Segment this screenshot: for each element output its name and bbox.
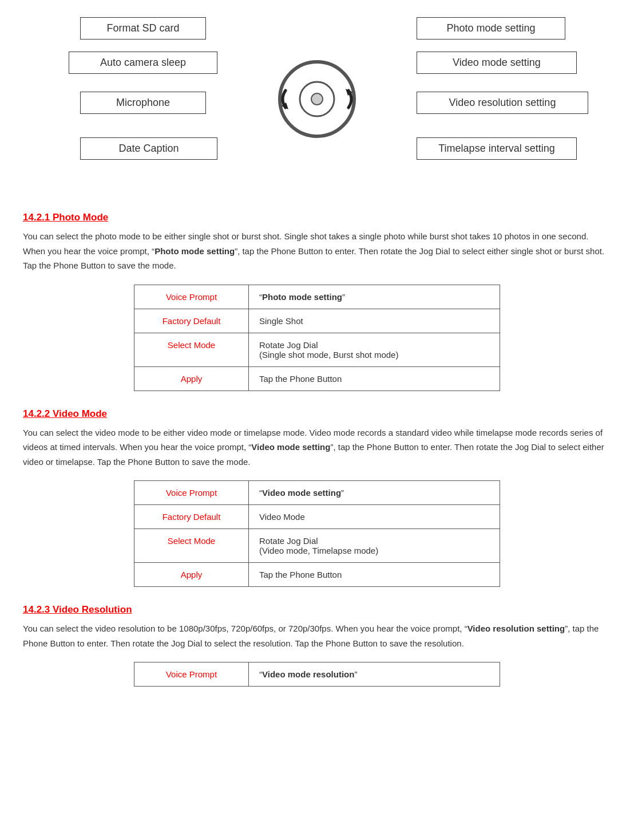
section-423: 14.2.3 Video Resolution You can select t… — [23, 604, 611, 687]
table-cell-label: Apply — [134, 366, 249, 391]
btn-microphone[interactable]: Microphone — [80, 92, 206, 114]
diagram-section: Format SD card Auto camera sleep Microph… — [23, 11, 611, 195]
svg-point-2 — [311, 93, 323, 105]
btn-auto-camera[interactable]: Auto camera sleep — [69, 52, 217, 74]
table-row: Voice Prompt “Photo mode setting” — [134, 285, 500, 309]
table-row: Voice Prompt “Video mode setting” — [134, 481, 500, 505]
btn-format-sd[interactable]: Format SD card — [80, 17, 206, 40]
table-row: Voice Prompt “Video mode resolution” — [134, 662, 500, 687]
body-text-423: You can select the video resolution to b… — [23, 621, 611, 650]
table-row: Apply Tap the Phone Button — [134, 563, 500, 587]
btn-video-mode[interactable]: Video mode setting — [417, 52, 577, 74]
table-row: Factory Default Single Shot — [134, 309, 500, 333]
table-cell-value: Tap the Phone Button — [249, 563, 500, 587]
table-cell-label: Apply — [134, 563, 249, 587]
table-row: Select Mode Rotate Jog Dial(Video mode, … — [134, 529, 500, 563]
table-cell-value: Tap the Phone Button — [249, 366, 500, 391]
table-cell-value: “Photo mode setting” — [249, 285, 500, 309]
btn-date-caption[interactable]: Date Caption — [80, 137, 217, 160]
body-text-422: You can select the video mode to be eith… — [23, 425, 611, 470]
table-cell-value: Video Mode — [249, 505, 500, 529]
table-row: Factory Default Video Mode — [134, 505, 500, 529]
table-cell-value: Rotate Jog Dial(Video mode, Timelapse mo… — [249, 529, 500, 563]
table-cell-value: “Video mode resolution” — [249, 662, 500, 687]
table-cell-value: Single Shot — [249, 309, 500, 333]
body-text-421: You can select the photo mode to be eith… — [23, 229, 611, 273]
table-421: Voice Prompt “Photo mode setting” Factor… — [134, 285, 500, 391]
btn-timelapse[interactable]: Timelapse interval setting — [417, 137, 577, 160]
btn-photo-mode[interactable]: Photo mode setting — [417, 17, 565, 40]
table-cell-label: Voice Prompt — [134, 481, 249, 505]
heading-421: 14.2.1 Photo Mode — [23, 212, 611, 223]
table-cell-label: Factory Default — [134, 505, 249, 529]
table-cell-value: “Video mode setting” — [249, 481, 500, 505]
table-422: Voice Prompt “Video mode setting” Factor… — [134, 480, 500, 587]
jog-dial — [277, 59, 357, 139]
table-cell-label: Select Mode — [134, 333, 249, 366]
btn-video-res[interactable]: Video resolution setting — [417, 92, 588, 114]
heading-422: 14.2.2 Video Mode — [23, 408, 611, 420]
table-cell-label: Voice Prompt — [134, 662, 249, 687]
table-cell-label: Select Mode — [134, 529, 249, 563]
table-cell-label: Factory Default — [134, 309, 249, 333]
table-423: Voice Prompt “Video mode resolution” — [134, 662, 500, 687]
section-421: 14.2.1 Photo Mode You can select the pho… — [23, 212, 611, 391]
table-row: Select Mode Rotate Jog Dial(Single shot … — [134, 333, 500, 366]
heading-423: 14.2.3 Video Resolution — [23, 604, 611, 616]
section-422: 14.2.2 Video Mode You can select the vid… — [23, 408, 611, 587]
table-row: Apply Tap the Phone Button — [134, 366, 500, 391]
table-cell-label: Voice Prompt — [134, 285, 249, 309]
table-cell-value: Rotate Jog Dial(Single shot mode, Burst … — [249, 333, 500, 366]
